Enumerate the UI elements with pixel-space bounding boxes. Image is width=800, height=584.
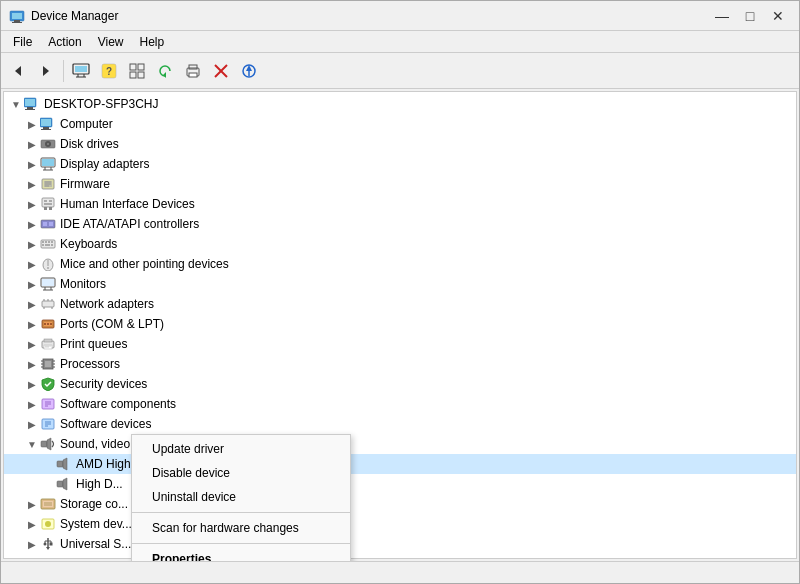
close-button[interactable]: ✕ xyxy=(765,5,791,27)
ide-toggle[interactable]: ▶ xyxy=(24,216,40,232)
device-tree[interactable]: ▼ DESKTOP-SFP3CHJ ▶ xyxy=(3,91,797,559)
menu-view[interactable]: View xyxy=(90,31,132,52)
toolbar-help[interactable]: ? xyxy=(96,58,122,84)
disk-toggle[interactable]: ▶ xyxy=(24,136,40,152)
toolbar-refresh[interactable] xyxy=(152,58,178,84)
usb-toggle[interactable]: ▶ xyxy=(24,536,40,552)
tree-root[interactable]: ▼ DESKTOP-SFP3CHJ xyxy=(4,94,796,114)
hid-toggle[interactable]: ▶ xyxy=(24,196,40,212)
svg-rect-47 xyxy=(42,198,54,207)
menu-file[interactable]: File xyxy=(5,31,40,52)
svg-rect-59 xyxy=(48,241,50,243)
tree-item-software[interactable]: ▶ Software components xyxy=(4,394,796,414)
toolbar-delete[interactable] xyxy=(208,58,234,84)
tree-item-amd[interactable]: AMD High Definition Audio De... xyxy=(4,454,796,474)
tree-item-hid[interactable]: ▶ Human Interface Devices xyxy=(4,194,796,214)
svg-point-81 xyxy=(47,323,49,325)
menu-action[interactable]: Action xyxy=(40,31,89,52)
toolbar-computer[interactable] xyxy=(68,58,94,84)
svg-rect-15 xyxy=(130,72,136,78)
tree-item-ports[interactable]: ▶ Ports (COM & LPT) xyxy=(4,314,796,334)
toolbar-grid[interactable] xyxy=(124,58,150,84)
tree-item-disk[interactable]: ▶ Disk drives xyxy=(4,134,796,154)
root-label: DESKTOP-SFP3CHJ xyxy=(44,97,158,111)
context-uninstall-device[interactable]: Uninstall device xyxy=(132,485,350,509)
print-toggle[interactable]: ▶ xyxy=(24,336,40,352)
context-properties[interactable]: Properties xyxy=(132,547,350,561)
tree-item-sound[interactable]: ▼ Sound, video and game controllers xyxy=(4,434,796,454)
print-label: Print queues xyxy=(60,337,127,351)
security-toggle[interactable]: ▶ xyxy=(24,376,40,392)
toolbar-forward[interactable] xyxy=(33,58,59,84)
menu-help[interactable]: Help xyxy=(132,31,173,52)
mouse-icon xyxy=(40,256,56,272)
tree-item-network[interactable]: ▶ Network adapters xyxy=(4,294,796,314)
computer-toggle[interactable]: ▶ xyxy=(24,116,40,132)
system-toggle[interactable]: ▶ xyxy=(24,516,40,532)
monitors-label: Monitors xyxy=(60,277,106,291)
svg-rect-16 xyxy=(138,72,144,78)
softwaredev-toggle[interactable]: ▶ xyxy=(24,416,40,432)
tree-item-print[interactable]: ▶ Print queues xyxy=(4,334,796,354)
display-label: Display adapters xyxy=(60,157,149,171)
svg-rect-89 xyxy=(45,361,51,367)
sound-toggle[interactable]: ▼ xyxy=(24,436,40,452)
high-toggle xyxy=(40,476,56,492)
toolbar-print[interactable] xyxy=(180,58,206,84)
tree-item-firmware[interactable]: ▶ Firmware xyxy=(4,174,796,194)
tree-item-system[interactable]: ▶ System dev... xyxy=(4,514,796,534)
tree-item-keyboards[interactable]: ▶ Keyboards xyxy=(4,234,796,254)
tree-item-processors[interactable]: ▶ Processors xyxy=(4,354,796,374)
tree-item-softwaredev[interactable]: ▶ Software devices xyxy=(4,414,796,434)
monitors-toggle[interactable]: ▶ xyxy=(24,276,40,292)
processors-toggle[interactable]: ▶ xyxy=(24,356,40,372)
device-manager-window: Device Manager — □ ✕ File Action View He… xyxy=(0,0,800,584)
ports-label: Ports (COM & LPT) xyxy=(60,317,164,331)
tree-item-usb[interactable]: ▶ Universal S... xyxy=(4,534,796,554)
svg-rect-2 xyxy=(14,20,20,22)
network-toggle[interactable]: ▶ xyxy=(24,296,40,312)
context-update-driver[interactable]: Update driver xyxy=(132,437,350,461)
ide-icon xyxy=(40,216,56,232)
toolbar-back[interactable] xyxy=(5,58,31,84)
network-label: Network adapters xyxy=(60,297,154,311)
root-toggle[interactable]: ▼ xyxy=(8,96,24,112)
svg-marker-119 xyxy=(46,547,50,550)
svg-point-82 xyxy=(50,323,52,325)
context-separator-1 xyxy=(132,512,350,513)
tree-item-ide[interactable]: ▶ IDE ATA/ATAPI controllers xyxy=(4,214,796,234)
svg-rect-1 xyxy=(12,13,22,19)
svg-rect-33 xyxy=(41,129,51,130)
svg-rect-106 xyxy=(57,481,63,487)
maximize-button[interactable]: □ xyxy=(737,5,763,27)
minimize-button[interactable]: — xyxy=(709,5,735,27)
svg-rect-72 xyxy=(42,301,54,307)
tree-item-monitors[interactable]: ▶ Monitors xyxy=(4,274,796,294)
firmware-toggle[interactable]: ▶ xyxy=(24,176,40,192)
tree-item-storage[interactable]: ▶ Storage co... xyxy=(4,494,796,514)
tree-item-display[interactable]: ▶ Display adapters xyxy=(4,154,796,174)
display-toggle[interactable]: ▶ xyxy=(24,156,40,172)
context-disable-device[interactable]: Disable device xyxy=(132,461,350,485)
storage-label: Storage co... xyxy=(60,497,128,511)
toolbar-update[interactable] xyxy=(236,58,262,84)
software-icon xyxy=(40,396,56,412)
keyboards-toggle[interactable]: ▶ xyxy=(24,236,40,252)
softwaredev-label: Software devices xyxy=(60,417,151,431)
tree-item-security[interactable]: ▶ Security devices xyxy=(4,374,796,394)
storage-toggle[interactable]: ▶ xyxy=(24,496,40,512)
tree-item-computer[interactable]: ▶ Computer xyxy=(4,114,796,134)
title-bar-left: Device Manager xyxy=(9,8,118,24)
system-label: System dev... xyxy=(60,517,132,531)
grid-icon xyxy=(129,63,145,79)
print-icon xyxy=(40,336,56,352)
context-scan-hardware[interactable]: Scan for hardware changes xyxy=(132,516,350,540)
computer-icon xyxy=(24,96,40,112)
tree-item-high[interactable]: High D... xyxy=(4,474,796,494)
tree-item-mice[interactable]: ▶ Mice and other pointing devices xyxy=(4,254,796,274)
high-label: High D... xyxy=(76,477,123,491)
software-toggle[interactable]: ▶ xyxy=(24,396,40,412)
mice-toggle[interactable]: ▶ xyxy=(24,256,40,272)
softwaredev-icon xyxy=(40,416,56,432)
ports-toggle[interactable]: ▶ xyxy=(24,316,40,332)
